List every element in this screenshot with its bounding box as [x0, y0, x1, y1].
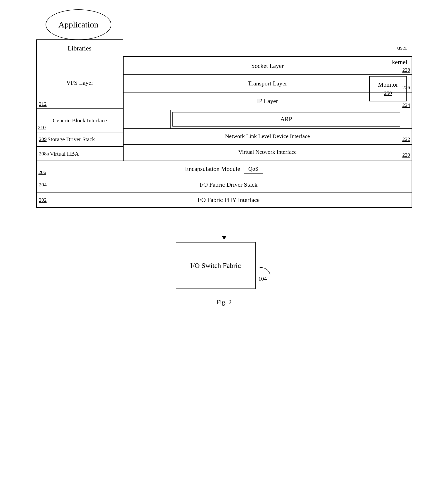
libraries-label: Libraries: [68, 45, 91, 52]
left-column: VFS Layer 212 Generic Block Interface 21…: [37, 57, 124, 161]
io-switch-ref-area: 104: [258, 266, 272, 282]
ip-layer-ref: 224: [402, 102, 410, 108]
virtual-network-ref: 220: [402, 152, 410, 158]
connector: [36, 208, 412, 240]
transport-layer-box: Transport Layer 226: [124, 75, 412, 93]
io-fabric-phy-label: I/O Fabric PHY Interface: [48, 196, 409, 203]
socket-layer-box: Socket Layer 228: [124, 57, 412, 75]
storage-driver-label: Storage Driver Stack: [48, 136, 95, 142]
ip-layer-box: IP Layer 224: [124, 93, 412, 110]
arp-label: ARP: [280, 116, 292, 123]
io-fabric-driver-row: 204 I/O Fabric Driver Stack: [36, 177, 412, 193]
virtual-hba-ref: 208a: [39, 151, 49, 157]
encap-label: Encapsulation Module: [185, 165, 240, 172]
storage-driver-box: 209 Storage Driver Stack: [37, 133, 123, 147]
arp-row: ARP: [124, 110, 412, 129]
vfs-layer-box: VFS Layer 212: [37, 57, 123, 109]
generic-block-label: Generic Block Interface: [53, 117, 107, 124]
socket-layer-label: Socket Layer: [251, 63, 284, 70]
network-link-label: Network Link Level Device Interface: [225, 133, 310, 140]
io-switch-container: I/O Switch Fabric 104: [36, 242, 412, 289]
application-ellipse: Application: [46, 9, 111, 40]
kernel-main-box: VFS Layer 212 Generic Block Interface 21…: [36, 57, 412, 161]
monitor-label: Monitor: [378, 81, 398, 88]
io-switch-label: I/O Switch Fabric: [190, 261, 241, 269]
virtual-hba-box: 208a Virtual HBA: [37, 147, 123, 161]
ip-layer-label: IP Layer: [257, 98, 278, 105]
network-link-ref: 222: [402, 136, 410, 142]
fig-label-text: Fig. 2: [216, 298, 232, 306]
io-switch-box: I/O Switch Fabric: [176, 242, 256, 289]
generic-block-box: Generic Block Interface 210: [37, 109, 123, 133]
io-fabric-driver-label: I/O Fabric Driver Stack: [48, 181, 409, 188]
connector-mid: [224, 222, 224, 236]
virtual-network-box: Virtual Network Interface 220: [124, 144, 412, 159]
vfs-ref: 212: [39, 101, 47, 107]
network-link-box: Network Link Level Device Interface 222: [124, 129, 412, 144]
monitor-box: Monitor 250: [369, 76, 407, 102]
page: Application Libraries user kernel VFS La…: [36, 9, 412, 306]
arp-spacer: [124, 110, 171, 128]
storage-driver-ref: 209: [39, 136, 47, 142]
application-label: Application: [58, 20, 98, 30]
diagram: Application Libraries user kernel VFS La…: [36, 9, 412, 306]
right-column: Socket Layer 228 Transport Layer 226 IP …: [124, 57, 412, 161]
io-fabric-phy-row: 202 I/O Fabric PHY Interface: [36, 193, 412, 208]
encap-ref: 206: [39, 169, 46, 175]
generic-block-ref: 210: [38, 125, 46, 131]
qos-box: QoS: [244, 164, 263, 174]
io-fabric-driver-ref: 204: [39, 182, 47, 188]
libraries-box: Libraries: [36, 39, 123, 57]
connector-top: [224, 208, 224, 222]
transport-layer-label: Transport Layer: [248, 80, 287, 87]
connector-arrow: [222, 236, 226, 240]
vfs-layer-label: VFS Layer: [66, 79, 93, 86]
arp-box: ARP: [172, 112, 400, 126]
fig-label: Fig. 2: [36, 298, 412, 306]
socket-layer-ref: 228: [402, 67, 410, 73]
monitor-ref: 250: [384, 90, 392, 96]
user-label: user: [397, 44, 407, 51]
io-switch-ref: 104: [258, 276, 267, 282]
encapsulation-row: 206 Encapsulation Module QoS: [36, 161, 412, 177]
virtual-network-label: Virtual Network Interface: [239, 149, 297, 155]
qos-label: QoS: [248, 166, 258, 172]
virtual-hba-label: Virtual HBA: [50, 151, 79, 157]
io-fabric-phy-ref: 202: [39, 197, 47, 203]
